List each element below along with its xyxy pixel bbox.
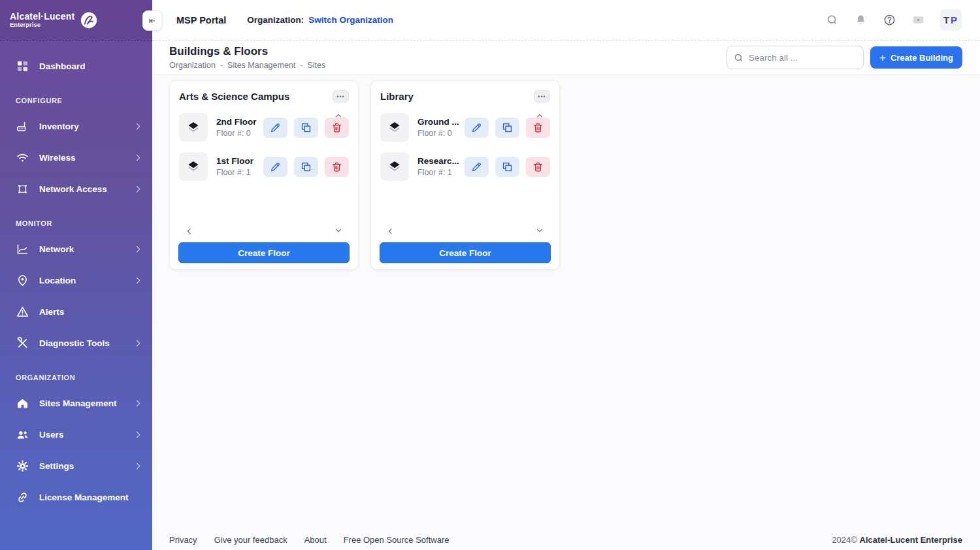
copy-floor-button[interactable] bbox=[495, 157, 519, 177]
footer-link-about[interactable]: About bbox=[304, 535, 327, 545]
sidebar-item-label: Location bbox=[39, 276, 76, 285]
building-card-library: Library ••• Ground ... Floor #: 0 bbox=[370, 80, 560, 270]
chevron-right-icon bbox=[134, 431, 140, 438]
copyright-year: 2024© bbox=[832, 535, 857, 545]
sidebar-item-users[interactable]: Users bbox=[0, 419, 152, 449]
create-building-label: Create Building bbox=[890, 53, 953, 63]
sidebar-item-settings[interactable]: Settings bbox=[0, 451, 152, 481]
sidebar-item-alerts[interactable]: Alerts bbox=[0, 297, 152, 327]
video-tutorial-icon[interactable] bbox=[911, 13, 925, 27]
pencil-icon bbox=[470, 121, 483, 134]
create-floor-button[interactable]: Create Floor bbox=[380, 242, 551, 263]
organization-label: Organization: bbox=[247, 15, 304, 25]
floor-row: 1st Floor Floor #: 1 bbox=[179, 152, 349, 181]
trash-icon bbox=[331, 121, 343, 134]
delete-floor-button[interactable] bbox=[526, 118, 550, 138]
floor-layers-icon bbox=[179, 113, 208, 142]
floor-number: Floor #: 1 bbox=[216, 168, 262, 177]
home-icon bbox=[16, 396, 29, 410]
scroll-down-icon[interactable] bbox=[336, 227, 341, 232]
sidebar-collapse-button[interactable] bbox=[142, 10, 162, 31]
dashboard-icon bbox=[16, 59, 29, 73]
sidebar-item-label: Sites Management bbox=[39, 398, 117, 408]
search-icon[interactable] bbox=[825, 13, 839, 27]
delete-floor-button[interactable] bbox=[325, 157, 349, 177]
sidebar-item-label: Inventory bbox=[39, 121, 79, 131]
breadcrumb-sites[interactable]: Sites bbox=[307, 61, 325, 70]
floor-number: Floor #: 0 bbox=[216, 129, 262, 138]
link-icon bbox=[16, 491, 29, 504]
floor-number: Floor #: 0 bbox=[417, 129, 463, 138]
edit-floor-button[interactable] bbox=[263, 157, 287, 177]
breadcrumb-organization[interactable]: Organization bbox=[169, 61, 216, 70]
scroll-left-icon[interactable] bbox=[389, 229, 394, 234]
edit-floor-button[interactable] bbox=[263, 118, 287, 138]
sidebar-item-dashboard[interactable]: Dashboard bbox=[0, 51, 152, 81]
sidebar-section-organization: ORGANIZATION bbox=[0, 374, 152, 381]
edit-floor-button[interactable] bbox=[465, 157, 489, 177]
notifications-bell-icon[interactable] bbox=[854, 13, 868, 27]
topbar: MSP Portal Organization: Switch Organiza… bbox=[152, 0, 980, 40]
switch-organization-link[interactable]: Switch Organization bbox=[308, 15, 393, 25]
brand-logo-area: Alcatel·Lucent Enterprise bbox=[0, 0, 152, 40]
scroll-left-icon[interactable] bbox=[188, 229, 193, 234]
footer: Privacy Give your feedback About Free Op… bbox=[169, 535, 962, 545]
breadcrumb-separator: - bbox=[220, 61, 223, 70]
building-name: Library bbox=[380, 91, 414, 102]
sidebar-nav: Dashboard CONFIGURE Inventory Wireless N… bbox=[0, 40, 152, 512]
sidebar-item-network-access[interactable]: Network Access bbox=[0, 174, 152, 204]
trash-icon bbox=[532, 161, 544, 173]
delete-floor-button[interactable] bbox=[325, 118, 349, 138]
plus-icon: + bbox=[879, 52, 886, 63]
sidebar-item-inventory[interactable]: Inventory bbox=[0, 111, 152, 141]
building-name: Arts & Science Campus bbox=[179, 91, 289, 102]
chevron-right-icon bbox=[134, 154, 140, 161]
scroll-down-icon[interactable] bbox=[537, 227, 542, 232]
floor-layers-icon bbox=[380, 113, 409, 142]
sidebar-item-diagnostic-tools[interactable]: Diagnostic Tools bbox=[0, 328, 152, 358]
copy-floor-button[interactable] bbox=[495, 118, 519, 138]
footer-link-foss[interactable]: Free Open Source Software bbox=[344, 535, 449, 545]
sidebar-item-label: Network bbox=[39, 244, 74, 254]
location-pin-icon bbox=[16, 274, 29, 287]
sidebar-item-wireless[interactable]: Wireless bbox=[0, 142, 152, 172]
network-access-icon bbox=[16, 182, 29, 196]
edit-floor-button[interactable] bbox=[465, 118, 489, 138]
help-icon[interactable] bbox=[883, 13, 896, 27]
sidebar-item-label: Users bbox=[39, 430, 64, 440]
sidebar-item-label: License Management bbox=[39, 493, 129, 502]
sidebar-item-label: Dashboard bbox=[39, 61, 86, 71]
sidebar-item-license-management[interactable]: License Management bbox=[0, 482, 152, 512]
building-menu-button[interactable]: ••• bbox=[333, 90, 349, 103]
delete-floor-button[interactable] bbox=[526, 157, 550, 177]
chevron-right-icon bbox=[134, 462, 140, 469]
app-title: MSP Portal bbox=[176, 15, 226, 25]
floor-layers-icon bbox=[179, 152, 208, 181]
floor-name: Researc... bbox=[417, 156, 463, 166]
copy-icon bbox=[501, 121, 514, 134]
create-floor-button[interactable]: Create Floor bbox=[178, 242, 350, 263]
building-menu-button[interactable]: ••• bbox=[534, 90, 550, 103]
building-card-arts-science-campus: Arts & Science Campus ••• 2nd Floor Floo… bbox=[169, 80, 359, 270]
pencil-icon bbox=[269, 161, 282, 173]
brand-subname: Enterprise bbox=[10, 22, 74, 28]
breadcrumb-sites-management[interactable]: Sites Management bbox=[227, 61, 295, 70]
search-all-input[interactable] bbox=[749, 53, 857, 63]
copy-floor-button[interactable] bbox=[294, 118, 318, 138]
sidebar-item-network[interactable]: Network bbox=[0, 234, 152, 264]
sidebar-item-location[interactable]: Location bbox=[0, 265, 152, 295]
floor-row: Ground ... Floor #: 0 bbox=[380, 113, 550, 142]
create-building-button[interactable]: + Create Building bbox=[870, 46, 962, 69]
copy-icon bbox=[501, 161, 514, 173]
footer-link-feedback[interactable]: Give your feedback bbox=[214, 535, 287, 545]
user-avatar[interactable]: TP bbox=[940, 9, 962, 31]
alerts-warning-icon bbox=[16, 305, 29, 319]
copy-floor-button[interactable] bbox=[294, 157, 318, 177]
chevron-right-icon bbox=[134, 123, 140, 129]
chevron-right-icon bbox=[134, 400, 140, 406]
sidebar-item-sites-management[interactable]: Sites Management bbox=[0, 388, 152, 418]
avatar-initial-1: T bbox=[943, 14, 951, 25]
sidebar-item-label: Network Access bbox=[39, 184, 107, 194]
breadcrumb-separator: - bbox=[300, 61, 302, 70]
footer-link-privacy[interactable]: Privacy bbox=[169, 535, 197, 545]
